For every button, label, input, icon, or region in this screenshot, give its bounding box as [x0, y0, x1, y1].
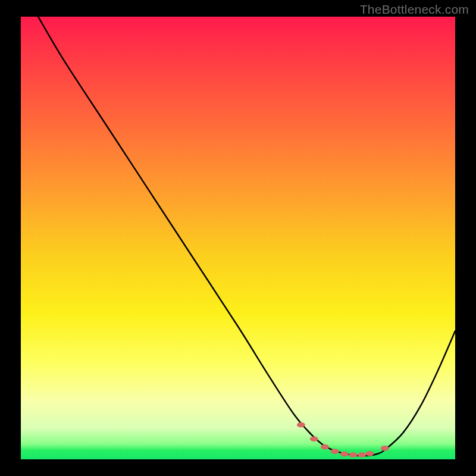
highlight-dot — [340, 452, 349, 457]
highlight-dot — [321, 444, 329, 450]
highlight-dot — [297, 422, 305, 428]
curve-layer — [21, 17, 455, 459]
chart-stage: TheBottleneck.com — [0, 0, 476, 476]
watermark-text: TheBottleneck.com — [360, 2, 469, 17]
highlight-dot — [381, 446, 389, 451]
highlight-dot — [365, 451, 374, 456]
plot-area — [21, 17, 455, 459]
highlight-dot — [331, 449, 339, 454]
highlight-dots — [297, 422, 389, 458]
bottleneck-curve — [38, 17, 455, 456]
highlight-dot — [349, 452, 357, 458]
highlight-dot — [310, 436, 318, 441]
highlight-dot — [358, 452, 366, 458]
